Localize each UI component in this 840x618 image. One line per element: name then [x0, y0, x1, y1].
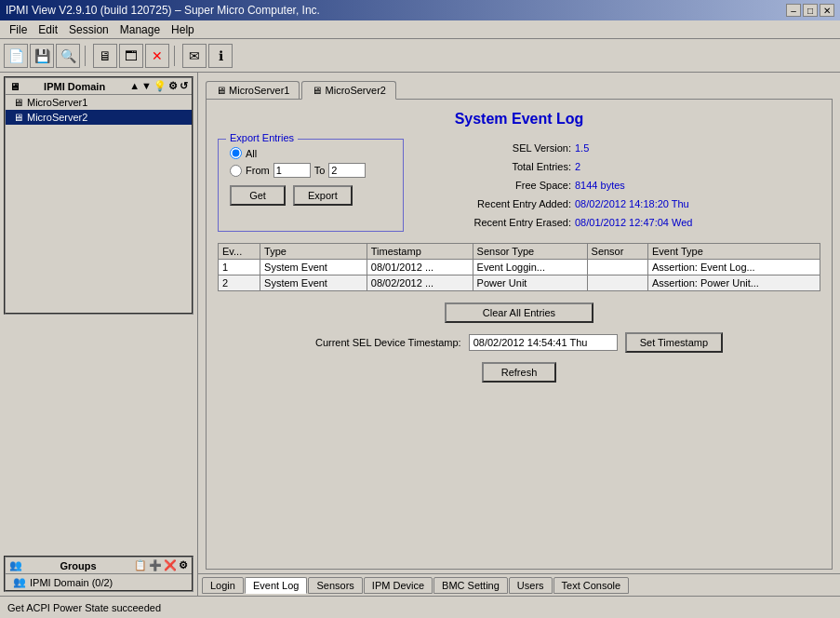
minimize-button[interactable]: – [786, 4, 801, 17]
toolbar-new-btn[interactable]: 📄 [4, 44, 28, 68]
maximize-button[interactable]: □ [803, 4, 818, 17]
groups-title: Groups [60, 560, 96, 571]
menu-session[interactable]: Session [63, 21, 114, 38]
groups-icon4[interactable]: ⚙ [179, 559, 188, 571]
up-icon[interactable]: ▲ [129, 80, 140, 92]
status-text: Get ACPI Power State succeeded [7, 602, 161, 613]
get-button[interactable]: Get [230, 185, 286, 206]
set-timestamp-button[interactable]: Set Timestamp [625, 332, 723, 353]
domain-header-icons: ▲ ▼ 💡 ⚙ ↺ [129, 80, 188, 92]
bottom-controls: Clear All Entries Current SEL Device Tim… [218, 302, 820, 383]
groups-section: 👥 Groups 📋 ➕ ❌ ⚙ 👥 IPMI Domain (0/2) [4, 556, 193, 592]
recent-added-label: Recent Entry Added: [422, 195, 571, 213]
server2-icon: 🖥 [13, 112, 23, 123]
groups-item-label: IPMI Domain (0/2) [30, 577, 113, 588]
toolbar-mail-btn[interactable]: ✉ [182, 44, 207, 68]
toolbar-console-btn[interactable]: 🖥 [93, 44, 117, 68]
export-group-legend: Export Entries [226, 132, 298, 143]
sidebar-item-microserver1[interactable]: 🖥 MicroServer1 [6, 95, 192, 110]
groups-item-ipmi-domain[interactable]: 👥 IPMI Domain (0/2) [6, 574, 192, 590]
server2-label: MicroServer2 [27, 112, 87, 123]
bottom-tab-event-log[interactable]: Event Log [245, 577, 308, 594]
panel-title: System Event Log [218, 111, 820, 128]
main-layout: 🖥 IPMI Domain ▲ ▼ 💡 ⚙ ↺ 🖥 MicroServer1 🖥… [0, 73, 840, 596]
row1-event-type: Assertion: Event Log... [648, 260, 820, 275]
content-panel: System Event Log Export Entries All From… [206, 99, 833, 570]
export-entries-group: Export Entries All From To Get Ex [218, 139, 404, 232]
toolbar-info-btn[interactable]: ℹ [208, 44, 233, 68]
groups-icon1[interactable]: 📋 [134, 559, 147, 571]
refresh-icon[interactable]: ↺ [180, 80, 188, 92]
row1-sensor [587, 260, 647, 275]
from-input[interactable] [273, 163, 311, 178]
groups-icon: 👥 [9, 559, 22, 571]
tab1-label: MicroServer1 [229, 85, 289, 96]
row2-timestamp: 08/02/2012 ... [367, 275, 473, 291]
menu-file[interactable]: File [4, 21, 33, 38]
radio-from-row: From To [230, 163, 392, 178]
to-input[interactable] [328, 163, 366, 178]
sidebar-item-microserver2[interactable]: 🖥 MicroServer2 [6, 110, 192, 125]
tab-microserver2[interactable]: 🖥 MicroServer2 [301, 81, 395, 100]
total-entries-label: Total Entries: [422, 157, 571, 176]
radio-from-input[interactable] [230, 165, 242, 177]
refresh-button[interactable]: Refresh [482, 362, 556, 383]
title-bar: IPMI View V2.9.10 (build 120725) – Super… [0, 0, 840, 20]
bottom-tab-sensors[interactable]: Sensors [308, 577, 362, 594]
status-bar: Get ACPI Power State succeeded [0, 596, 840, 618]
tab-microserver1[interactable]: 🖥 MicroServer1 [206, 81, 300, 99]
radio-all-input[interactable] [230, 147, 242, 159]
toolbar: 📄 💾 🔍 🖥 🗔 ✕ ✉ ℹ [0, 39, 840, 73]
ipmi-domain-icon: 🖥 [9, 81, 20, 92]
col-type: Type [260, 244, 367, 260]
groups-icon2[interactable]: ➕ [149, 559, 162, 571]
menu-edit[interactable]: Edit [33, 21, 63, 38]
table-row[interactable]: 1 System Event 08/01/2012 ... Event Logg… [219, 260, 820, 275]
col-ev: Ev... [219, 244, 260, 260]
row2-sensor [587, 275, 647, 291]
bulb-icon[interactable]: 💡 [153, 80, 167, 92]
row1-sensor-type: Event Loggin... [473, 260, 587, 275]
groups-header-icons: 📋 ➕ ❌ ⚙ [134, 559, 188, 571]
timestamp-row: Current SEL Device Timestamp: Set Timest… [315, 332, 723, 353]
settings-icon[interactable]: ⚙ [168, 80, 178, 92]
toolbar-stop-btn[interactable]: ✕ [145, 44, 169, 68]
free-space-row: Free Space: 8144 bytes [422, 176, 692, 195]
groups-header: 👥 Groups 📋 ➕ ❌ ⚙ [6, 558, 192, 574]
bottom-tab-bmc-setting[interactable]: BMC Setting [433, 577, 508, 594]
toolbar-window-btn[interactable]: 🗔 [119, 44, 143, 68]
groups-icon3[interactable]: ❌ [164, 559, 177, 571]
bottom-tab-text-console[interactable]: Text Console [553, 577, 630, 594]
top-section: Export Entries All From To Get Ex [218, 139, 820, 232]
col-timestamp: Timestamp [367, 244, 473, 260]
content-area: 🖥 MicroServer1 🖥 MicroServer2 System Eve… [198, 73, 840, 596]
bottom-tab-login[interactable]: Login [202, 577, 244, 594]
down-icon[interactable]: ▼ [141, 80, 152, 92]
menu-manage[interactable]: Manage [114, 21, 166, 38]
total-entries-value: 2 [575, 157, 580, 176]
sidebar: 🖥 IPMI Domain ▲ ▼ 💡 ⚙ ↺ 🖥 MicroServer1 🖥… [0, 73, 198, 596]
groups-item-icon: 👥 [13, 576, 26, 588]
free-space-label: Free Space: [422, 176, 571, 195]
bottom-tab-ipm-device[interactable]: IPM Device [364, 577, 433, 594]
sel-version-label: SEL Version: [422, 139, 571, 157]
clear-all-entries-button[interactable]: Clear All Entries [445, 302, 593, 323]
table-header-row: Ev... Type Timestamp Sensor Type Sensor … [219, 244, 820, 260]
export-button[interactable]: Export [293, 185, 353, 206]
table-row[interactable]: 2 System Event 08/02/2012 ... Power Unit… [219, 275, 820, 291]
timestamp-input[interactable] [469, 334, 618, 351]
sel-version-value: 1.5 [575, 139, 589, 157]
toolbar-sep2 [174, 46, 178, 66]
bottom-tab-users[interactable]: Users [509, 577, 553, 594]
row2-event-type: Assertion: Power Unit... [648, 275, 820, 291]
menu-help[interactable]: Help [166, 21, 200, 38]
total-entries-row: Total Entries: 2 [422, 157, 692, 176]
toolbar-save-btn[interactable]: 💾 [30, 44, 54, 68]
tab2-icon: 🖥 [312, 85, 322, 96]
timestamp-label: Current SEL Device Timestamp: [315, 337, 461, 348]
ipmi-domain-header: 🖥 IPMI Domain ▲ ▼ 💡 ⚙ ↺ [6, 78, 192, 95]
sel-version-row: SEL Version: 1.5 [422, 139, 692, 157]
row1-ev: 1 [219, 260, 260, 275]
close-button[interactable]: ✕ [820, 4, 834, 17]
toolbar-search-btn[interactable]: 🔍 [56, 44, 80, 68]
